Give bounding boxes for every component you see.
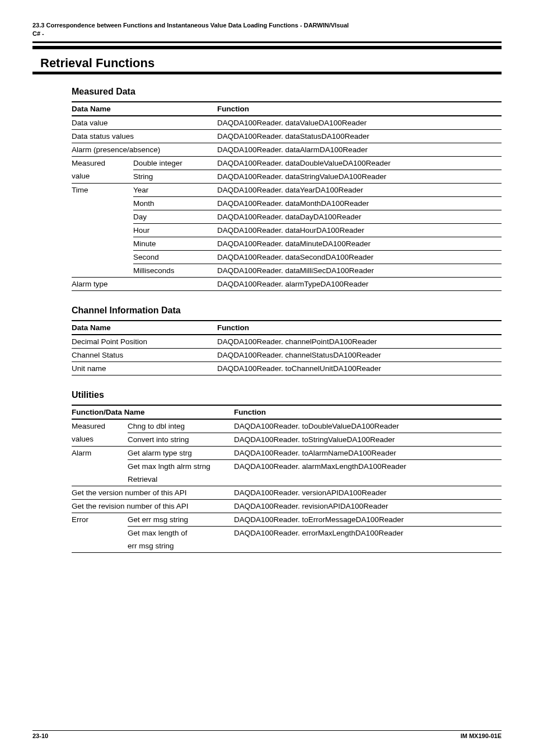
table-cell: DAQDA100Reader. versionAPIDA100Reader [234,486,502,499]
table-cell: Alarm (presence/absence) [72,143,217,156]
table-cell: DAQDA100Reader. toDoubleValueDA100Reader [234,419,502,433]
table-cell: Get the version number of this API [72,486,234,499]
table-cell: Measured [72,419,128,433]
table-cell: DAQDA100Reader. dataDoubleValueDA100Read… [217,156,502,170]
table-cell [72,250,133,264]
table-cell: Get alarm type strg [128,446,234,459]
table-cell: DAQDA100Reader. dataStringValueDA100Read… [217,170,502,183]
table-cell: DAQDA100Reader. dataMonthDA100Reader [217,196,502,210]
col-header: Data Name [72,102,217,116]
table-cell: err msg string [128,539,234,553]
channel-info-table: Data Name Function Decimal Point Positio… [72,320,502,375]
col-header: Data Name [72,321,217,335]
table-cell [72,196,133,210]
subheading-measured-data: Measured Data [72,87,502,97]
table-cell: DAQDA100Reader. dataAlarmDA100Reader [217,143,502,156]
table-cell: Alarm [72,446,128,459]
col-header: Function [217,321,502,335]
table-cell: value [72,170,133,183]
page-footer: 23-10 IM MX190-01E [32,730,502,739]
table-cell: Decimal Point Position [72,335,217,349]
table-cell: Data status values [72,129,217,143]
table-cell: DAQDA100Reader. dataSecondDA100Reader [217,250,502,264]
table-cell: DAQDA100Reader. channelPointDA100Reader [217,335,502,349]
table-cell: DAQDA100Reader. toAlarmNameDA100Reader [234,446,502,459]
table-cell [72,526,128,539]
divider [32,72,502,74]
table-cell: DAQDA100Reader. dataDayDA100Reader [217,210,502,223]
page-context: 23.3 Correspondence between Functions an… [32,21,502,38]
utilities-table: Function/Data Name Function MeasuredChng… [72,405,502,553]
table-cell: DAQDA100Reader. toStringValueDA100Reader [234,433,502,446]
table-cell: Time [72,183,133,196]
meta-line1: 23.3 Correspondence between Functions an… [32,22,349,29]
table-cell: Year [133,183,217,196]
table-cell [72,223,133,237]
table-cell: DAQDA100Reader. alarmMaxLengthDA100Reade… [234,459,502,473]
table-cell: Month [133,196,217,210]
divider [32,41,502,49]
table-cell [72,210,133,223]
table-cell: Get max length of [128,526,234,539]
table-cell: Day [133,210,217,223]
table-cell: DAQDA100Reader. dataStatusDA100Reader [217,129,502,143]
section-title: Retrieval Functions [40,56,502,71]
table-cell: DAQDA100Reader. dataHourDA100Reader [217,223,502,237]
table-cell: DAQDA100Reader. dataMilliSecDA100Reader [217,264,502,277]
table-cell: DAQDA100Reader. toChannelUnitDA100Reader [217,361,502,375]
table-cell: Alarm type [72,277,217,290]
meta-line2: C# - [32,30,44,37]
table-cell: values [72,433,128,446]
subheading-utilities: Utilities [72,390,502,400]
table-cell [72,459,128,473]
table-cell [234,473,502,486]
table-cell: Hour [133,223,217,237]
table-cell: Milliseconds [133,264,217,277]
table-cell: DAQDA100Reader. errorMaxLengthDA100Reade… [234,526,502,539]
table-cell [234,539,502,553]
table-cell: DAQDA100Reader. channelStatusDA100Reader [217,348,502,361]
table-cell: String [133,170,217,183]
page-number: 23-10 [32,732,48,739]
table-cell: Chng to dbl integ [128,419,234,433]
table-cell: DAQDA100Reader. revisionAPIDA100Reader [234,499,502,513]
table-cell: DAQDA100Reader. dataYearDA100Reader [217,183,502,196]
table-cell: Measured [72,156,133,170]
table-cell [72,264,133,277]
table-cell: DAQDA100Reader. dataValueDA100Reader [217,116,502,130]
table-cell [72,539,128,553]
measured-data-table: Data Name Function Data valueDAQDA100Rea… [72,101,502,291]
table-cell: Get max lngth alrm strng [128,459,234,473]
table-cell: Convert into string [128,433,234,446]
table-cell: Second [133,250,217,264]
col-header: Function [234,405,502,419]
table-cell: Channel Status [72,348,217,361]
table-cell: Minute [133,237,217,250]
table-cell: Retrieval [128,473,234,486]
table-cell: Error [72,513,128,526]
col-header: Function/Data Name [72,405,234,419]
col-header: Function [217,102,502,116]
table-cell: Get err msg string [128,513,234,526]
table-cell: Unit name [72,361,217,375]
table-cell: Data value [72,116,217,130]
table-cell: Double integer [133,156,217,170]
table-cell [72,473,128,486]
table-cell: Get the revision number of this API [72,499,234,513]
table-cell: DAQDA100Reader. dataMinuteDA100Reader [217,237,502,250]
subheading-channel-info: Channel Information Data [72,306,502,316]
doc-id: IM MX190-01E [461,732,502,739]
table-cell: DAQDA100Reader. toErrorMessageDA100Reade… [234,513,502,526]
table-cell: DAQDA100Reader. alarmTypeDA100Reader [217,277,502,290]
table-cell [72,237,133,250]
